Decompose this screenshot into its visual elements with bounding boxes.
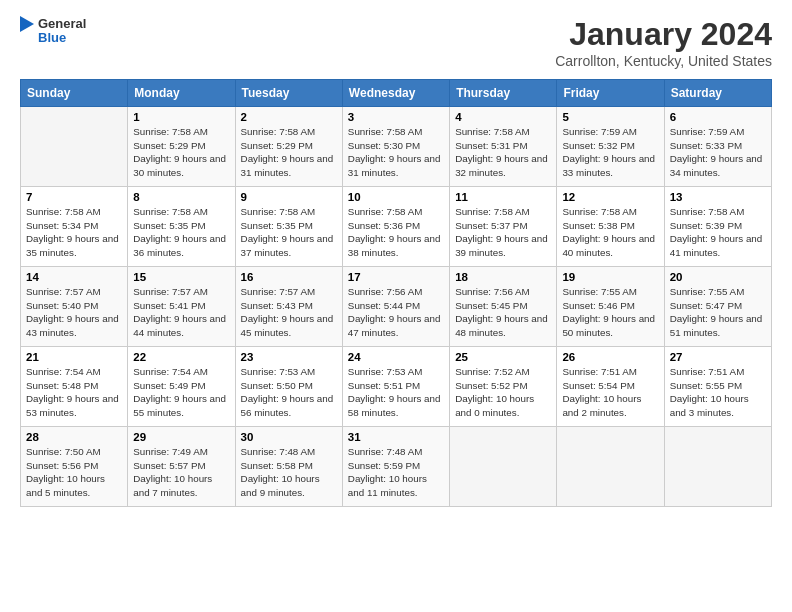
day-number: 1 [133, 111, 229, 123]
day-info: Sunrise: 7:58 AMSunset: 5:34 PMDaylight:… [26, 205, 122, 260]
day-number: 28 [26, 431, 122, 443]
logo-triangle-icon [20, 16, 34, 46]
calendar-cell [557, 427, 664, 507]
logo-general-text: General [38, 17, 86, 31]
calendar-header: SundayMondayTuesdayWednesdayThursdayFrid… [21, 80, 772, 107]
weekday-header-wednesday: Wednesday [342, 80, 449, 107]
calendar-cell: 9Sunrise: 7:58 AMSunset: 5:35 PMDaylight… [235, 187, 342, 267]
header: General Blue January 2024 Carrollton, Ke… [20, 16, 772, 69]
calendar-cell: 27Sunrise: 7:51 AMSunset: 5:55 PMDayligh… [664, 347, 771, 427]
day-number: 2 [241, 111, 337, 123]
day-number: 24 [348, 351, 444, 363]
day-number: 13 [670, 191, 766, 203]
day-number: 11 [455, 191, 551, 203]
day-number: 19 [562, 271, 658, 283]
day-info: Sunrise: 7:58 AMSunset: 5:35 PMDaylight:… [133, 205, 229, 260]
day-info: Sunrise: 7:57 AMSunset: 5:40 PMDaylight:… [26, 285, 122, 340]
calendar-cell: 7Sunrise: 7:58 AMSunset: 5:34 PMDaylight… [21, 187, 128, 267]
day-info: Sunrise: 7:49 AMSunset: 5:57 PMDaylight:… [133, 445, 229, 500]
day-number: 25 [455, 351, 551, 363]
day-info: Sunrise: 7:53 AMSunset: 5:51 PMDaylight:… [348, 365, 444, 420]
day-number: 21 [26, 351, 122, 363]
logo-blue-text: Blue [38, 31, 86, 45]
calendar-cell: 13Sunrise: 7:58 AMSunset: 5:39 PMDayligh… [664, 187, 771, 267]
calendar-cell: 3Sunrise: 7:58 AMSunset: 5:30 PMDaylight… [342, 107, 449, 187]
weekday-header-sunday: Sunday [21, 80, 128, 107]
calendar-cell: 25Sunrise: 7:52 AMSunset: 5:52 PMDayligh… [450, 347, 557, 427]
calendar-cell: 31Sunrise: 7:48 AMSunset: 5:59 PMDayligh… [342, 427, 449, 507]
day-number: 26 [562, 351, 658, 363]
calendar-cell: 6Sunrise: 7:59 AMSunset: 5:33 PMDaylight… [664, 107, 771, 187]
calendar-cell: 19Sunrise: 7:55 AMSunset: 5:46 PMDayligh… [557, 267, 664, 347]
calendar-cell: 26Sunrise: 7:51 AMSunset: 5:54 PMDayligh… [557, 347, 664, 427]
calendar-cell: 5Sunrise: 7:59 AMSunset: 5:32 PMDaylight… [557, 107, 664, 187]
day-info: Sunrise: 7:55 AMSunset: 5:46 PMDaylight:… [562, 285, 658, 340]
day-info: Sunrise: 7:56 AMSunset: 5:45 PMDaylight:… [455, 285, 551, 340]
calendar-cell [664, 427, 771, 507]
day-info: Sunrise: 7:56 AMSunset: 5:44 PMDaylight:… [348, 285, 444, 340]
day-number: 4 [455, 111, 551, 123]
day-number: 9 [241, 191, 337, 203]
day-number: 8 [133, 191, 229, 203]
calendar-cell: 20Sunrise: 7:55 AMSunset: 5:47 PMDayligh… [664, 267, 771, 347]
day-info: Sunrise: 7:54 AMSunset: 5:49 PMDaylight:… [133, 365, 229, 420]
day-number: 22 [133, 351, 229, 363]
calendar-table: SundayMondayTuesdayWednesdayThursdayFrid… [20, 79, 772, 507]
calendar-week-row: 28Sunrise: 7:50 AMSunset: 5:56 PMDayligh… [21, 427, 772, 507]
day-info: Sunrise: 7:58 AMSunset: 5:36 PMDaylight:… [348, 205, 444, 260]
day-number: 31 [348, 431, 444, 443]
calendar-cell: 2Sunrise: 7:58 AMSunset: 5:29 PMDaylight… [235, 107, 342, 187]
calendar-cell: 15Sunrise: 7:57 AMSunset: 5:41 PMDayligh… [128, 267, 235, 347]
day-number: 10 [348, 191, 444, 203]
day-number: 12 [562, 191, 658, 203]
weekday-header-thursday: Thursday [450, 80, 557, 107]
calendar-cell: 18Sunrise: 7:56 AMSunset: 5:45 PMDayligh… [450, 267, 557, 347]
calendar-cell: 30Sunrise: 7:48 AMSunset: 5:58 PMDayligh… [235, 427, 342, 507]
calendar-week-row: 1Sunrise: 7:58 AMSunset: 5:29 PMDaylight… [21, 107, 772, 187]
weekday-header-friday: Friday [557, 80, 664, 107]
day-info: Sunrise: 7:57 AMSunset: 5:43 PMDaylight:… [241, 285, 337, 340]
calendar-week-row: 7Sunrise: 7:58 AMSunset: 5:34 PMDaylight… [21, 187, 772, 267]
day-info: Sunrise: 7:52 AMSunset: 5:52 PMDaylight:… [455, 365, 551, 420]
day-info: Sunrise: 7:58 AMSunset: 5:31 PMDaylight:… [455, 125, 551, 180]
calendar-cell: 10Sunrise: 7:58 AMSunset: 5:36 PMDayligh… [342, 187, 449, 267]
calendar-body: 1Sunrise: 7:58 AMSunset: 5:29 PMDaylight… [21, 107, 772, 507]
calendar-cell: 16Sunrise: 7:57 AMSunset: 5:43 PMDayligh… [235, 267, 342, 347]
calendar-cell: 29Sunrise: 7:49 AMSunset: 5:57 PMDayligh… [128, 427, 235, 507]
calendar-cell: 21Sunrise: 7:54 AMSunset: 5:48 PMDayligh… [21, 347, 128, 427]
calendar-cell: 24Sunrise: 7:53 AMSunset: 5:51 PMDayligh… [342, 347, 449, 427]
calendar-cell: 23Sunrise: 7:53 AMSunset: 5:50 PMDayligh… [235, 347, 342, 427]
day-info: Sunrise: 7:58 AMSunset: 5:29 PMDaylight:… [241, 125, 337, 180]
calendar-cell: 17Sunrise: 7:56 AMSunset: 5:44 PMDayligh… [342, 267, 449, 347]
day-info: Sunrise: 7:58 AMSunset: 5:37 PMDaylight:… [455, 205, 551, 260]
calendar-cell: 28Sunrise: 7:50 AMSunset: 5:56 PMDayligh… [21, 427, 128, 507]
day-info: Sunrise: 7:51 AMSunset: 5:55 PMDaylight:… [670, 365, 766, 420]
calendar-cell [450, 427, 557, 507]
month-title: January 2024 [555, 16, 772, 53]
day-number: 6 [670, 111, 766, 123]
day-number: 16 [241, 271, 337, 283]
day-number: 15 [133, 271, 229, 283]
calendar-cell: 22Sunrise: 7:54 AMSunset: 5:49 PMDayligh… [128, 347, 235, 427]
title-area: January 2024 Carrollton, Kentucky, Unite… [555, 16, 772, 69]
day-number: 18 [455, 271, 551, 283]
day-info: Sunrise: 7:59 AMSunset: 5:33 PMDaylight:… [670, 125, 766, 180]
day-info: Sunrise: 7:58 AMSunset: 5:39 PMDaylight:… [670, 205, 766, 260]
day-info: Sunrise: 7:58 AMSunset: 5:38 PMDaylight:… [562, 205, 658, 260]
day-info: Sunrise: 7:58 AMSunset: 5:29 PMDaylight:… [133, 125, 229, 180]
weekday-header-monday: Monday [128, 80, 235, 107]
day-number: 3 [348, 111, 444, 123]
day-number: 23 [241, 351, 337, 363]
weekday-header-saturday: Saturday [664, 80, 771, 107]
day-info: Sunrise: 7:57 AMSunset: 5:41 PMDaylight:… [133, 285, 229, 340]
calendar-week-row: 21Sunrise: 7:54 AMSunset: 5:48 PMDayligh… [21, 347, 772, 427]
day-info: Sunrise: 7:55 AMSunset: 5:47 PMDaylight:… [670, 285, 766, 340]
calendar-cell: 1Sunrise: 7:58 AMSunset: 5:29 PMDaylight… [128, 107, 235, 187]
day-info: Sunrise: 7:51 AMSunset: 5:54 PMDaylight:… [562, 365, 658, 420]
calendar-cell: 14Sunrise: 7:57 AMSunset: 5:40 PMDayligh… [21, 267, 128, 347]
day-number: 20 [670, 271, 766, 283]
day-number: 7 [26, 191, 122, 203]
day-number: 30 [241, 431, 337, 443]
calendar-week-row: 14Sunrise: 7:57 AMSunset: 5:40 PMDayligh… [21, 267, 772, 347]
day-info: Sunrise: 7:54 AMSunset: 5:48 PMDaylight:… [26, 365, 122, 420]
